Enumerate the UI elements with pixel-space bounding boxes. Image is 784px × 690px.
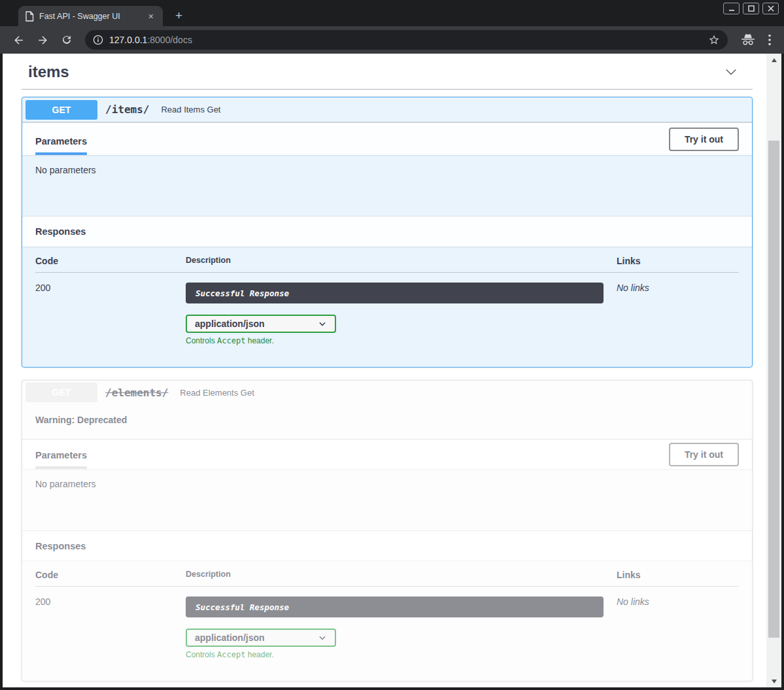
scrollbar-thumb[interactable]: [768, 141, 779, 638]
parameters-header: Parameters Try it out: [22, 439, 752, 469]
incognito-icon: [741, 34, 755, 46]
code-column-header: Code: [35, 256, 186, 266]
parameters-tab[interactable]: Parameters: [35, 440, 87, 469]
scroll-down-arrow[interactable]: [766, 676, 781, 686]
browser-menu-button[interactable]: [763, 34, 776, 46]
tab-title: Fast API - Swagger UI: [39, 12, 141, 21]
tab-close-icon[interactable]: ×: [146, 10, 156, 22]
operation-summary[interactable]: GET /elements/ Read Elements Get: [22, 381, 752, 404]
endpoint-summary: Read Items Get: [156, 105, 220, 114]
section-chevron-icon[interactable]: [724, 65, 738, 79]
menu-kebab-icon: [768, 34, 771, 46]
code-column-header: Code: [35, 570, 186, 580]
parameters-tab-label: Parameters: [35, 126, 87, 147]
links-column-header: Links: [617, 570, 739, 580]
response-description-box: Successful Response: [186, 283, 604, 303]
accept-header-note: Controls Accept header.: [186, 650, 617, 659]
minimize-button[interactable]: [723, 3, 740, 14]
parameters-body: No parameters: [22, 155, 752, 216]
bookmark-star-icon: [708, 34, 720, 46]
media-type-value: application/json: [195, 319, 265, 329]
document-icon: [25, 11, 34, 22]
active-tab-underline: [35, 466, 87, 469]
method-badge: GET: [26, 100, 97, 120]
deprecated-warning: Warning: Deprecated: [22, 404, 752, 439]
parameters-header: Parameters Try it out: [22, 122, 752, 155]
url-host: 127.0.0.1: [109, 35, 147, 45]
links-column-header: Links: [617, 256, 739, 266]
reload-icon: [61, 34, 73, 46]
back-button[interactable]: [8, 31, 29, 49]
media-type-select[interactable]: application/json: [186, 629, 336, 647]
accept-header-note: Controls Accept header.: [186, 336, 617, 345]
response-row-200: 200 Successful Response application/json…: [35, 273, 739, 345]
responses-header: Responses: [22, 530, 752, 561]
response-description-box: Successful Response: [186, 596, 604, 617]
response-code: 200: [35, 596, 186, 659]
responses-table-head: Code Description Links: [35, 570, 739, 587]
page-scrollbar[interactable]: [766, 54, 781, 687]
parameters-tab-label: Parameters: [35, 440, 87, 460]
description-column-header: Description: [186, 256, 617, 266]
parameters-body: No parameters: [22, 469, 752, 530]
close-icon: [768, 5, 774, 12]
url-text[interactable]: 127.0.0.1:8000/docs: [109, 35, 192, 45]
no-parameters-text: No parameters: [35, 479, 96, 489]
section-title: items: [28, 63, 69, 81]
parameters-tab[interactable]: Parameters: [35, 123, 87, 155]
page-viewport: items GET /items/ Read Items Get Paramet…: [3, 54, 781, 687]
select-chevron-icon: [318, 633, 327, 642]
responses-label: Responses: [35, 226, 86, 237]
address-bar[interactable]: 127.0.0.1:8000/docs: [85, 30, 728, 50]
operation-summary[interactable]: GET /items/ Read Items Get: [22, 97, 752, 122]
responses-table: Code Description Links 200 Successful Re…: [22, 561, 752, 681]
close-button[interactable]: [762, 3, 779, 14]
back-icon: [12, 34, 25, 46]
browser-tab[interactable]: Fast API - Swagger UI ×: [18, 6, 163, 26]
endpoint-path: /elements/: [97, 387, 175, 399]
method-badge: GET: [26, 383, 97, 402]
select-chevron-icon: [318, 319, 327, 328]
response-links: No links: [617, 283, 739, 345]
description-column-header: Description: [186, 570, 617, 580]
operation-get-items: GET /items/ Read Items Get Parameters Tr…: [22, 97, 753, 368]
endpoint-path: /items/: [97, 103, 156, 116]
info-icon[interactable]: [93, 35, 103, 45]
responses-table-head: Code Description Links: [35, 256, 739, 273]
maximize-button[interactable]: [743, 3, 759, 14]
maximize-icon: [748, 5, 755, 12]
response-code: 200: [35, 283, 186, 345]
responses-label: Responses: [35, 541, 86, 551]
new-tab-button[interactable]: +: [171, 7, 186, 24]
try-it-out-button[interactable]: Try it out: [669, 443, 739, 466]
forward-button[interactable]: [32, 31, 54, 49]
response-links: No links: [617, 596, 739, 659]
scroll-up-arrow[interactable]: [766, 55, 781, 65]
response-row-200: 200 Successful Response application/json…: [35, 587, 739, 659]
bookmark-button[interactable]: [708, 34, 720, 46]
active-tab-underline: [35, 152, 87, 155]
try-it-out-button[interactable]: Try it out: [669, 128, 739, 151]
media-type-select[interactable]: application/json: [186, 315, 336, 333]
minimize-icon: [728, 5, 735, 12]
tag-section-header[interactable]: items: [22, 58, 753, 90]
responses-header: Responses: [22, 216, 752, 247]
responses-table: Code Description Links 200 Successful Re…: [22, 247, 752, 367]
browser-titlebar: Fast API - Swagger UI × +: [0, 0, 784, 26]
operation-get-elements: GET /elements/ Read Elements Get Warning…: [22, 380, 753, 681]
url-path: :8000/docs: [147, 35, 192, 45]
endpoint-summary: Read Elements Get: [175, 388, 254, 398]
browser-toolbar: 127.0.0.1:8000/docs: [0, 26, 784, 54]
incognito-button[interactable]: [736, 34, 760, 46]
media-type-value: application/json: [195, 632, 265, 643]
no-parameters-text: No parameters: [35, 165, 96, 175]
forward-icon: [37, 34, 49, 46]
reload-button[interactable]: [56, 31, 77, 48]
